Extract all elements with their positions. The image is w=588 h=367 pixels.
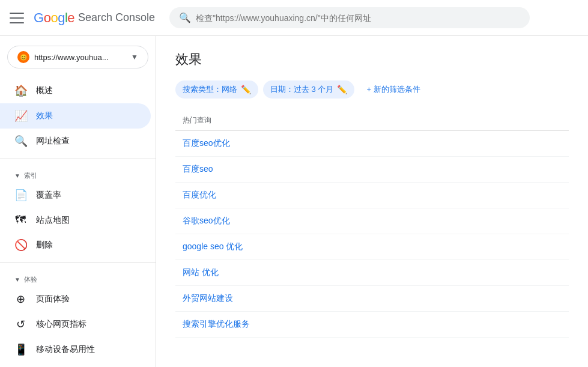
query-cell: 百度seo	[175, 157, 569, 183]
main-layout: 😊 https://www.youhua... ▼ 🏠 概述 📈 效果 🔍 网址…	[0, 36, 588, 367]
sidebar-item-label: 效果	[36, 111, 53, 121]
sidebar-item-mobile[interactable]: 📱 移动设备易用性	[0, 337, 151, 362]
sidebar-item-label: 概述	[36, 85, 53, 96]
mobile-icon: 📱	[14, 343, 26, 356]
table-row: 百度seo优化	[175, 131, 569, 157]
table-row: 搜索引擎优化服务	[175, 312, 569, 338]
query-cell: 谷歌seo优化	[175, 208, 569, 234]
sidebar-item-label: 网址检查	[36, 136, 70, 147]
sidebar-item-sitemaps[interactable]: 🗺 站点地图	[0, 208, 151, 232]
arrow-icon: ▼	[14, 172, 20, 179]
top-bar: Google Search Console 🔍	[0, 0, 588, 36]
removals-icon: 🚫	[14, 238, 26, 252]
queries-column-header: 热门查询	[175, 111, 569, 131]
search-icon: 🔍	[14, 135, 26, 148]
query-link[interactable]: google seo 优化	[183, 241, 243, 251]
sidebar-divider-2	[0, 262, 156, 263]
query-link[interactable]: 谷歌seo优化	[183, 216, 230, 225]
table-row: 百度seo	[175, 157, 569, 183]
main-content: 效果 搜索类型：网络 ✏️ 日期：过去 3 个月 ✏️ + 新的筛选条件 热门查…	[156, 36, 588, 367]
search-icon: 🔍	[179, 12, 191, 23]
sidebar-item-overview[interactable]: 🏠 概述	[0, 78, 151, 103]
sidebar-item-performance[interactable]: 📈 效果	[0, 103, 151, 129]
coverage-icon: 📄	[14, 189, 26, 202]
search-input[interactable]	[196, 13, 520, 23]
site-icon: 😊	[17, 51, 29, 63]
arrow-icon: ▼	[14, 276, 20, 283]
sidebar: 😊 https://www.youhua... ▼ 🏠 概述 📈 效果 🔍 网址…	[0, 36, 156, 367]
query-cell: 百度seo优化	[175, 131, 569, 157]
table-row: 谷歌seo优化	[175, 208, 569, 234]
filter-bar: 搜索类型：网络 ✏️ 日期：过去 3 个月 ✏️ + 新的筛选条件	[175, 80, 569, 99]
query-cell: 百度优化	[175, 183, 569, 208]
query-link[interactable]: 网站 优化	[183, 267, 219, 277]
web-vitals-icon: ↺	[14, 318, 26, 331]
sidebar-item-label: 站点地图	[36, 215, 70, 226]
logo-area: Google Search Console	[34, 10, 155, 26]
sidebar-divider-1	[0, 159, 156, 159]
add-filter-button[interactable]: + 新的筛选条件	[359, 80, 427, 99]
query-cell: google seo 优化	[175, 234, 569, 260]
table-row: 外贸网站建设	[175, 286, 569, 312]
query-link[interactable]: 百度seo	[183, 164, 213, 174]
sidebar-item-label: 移动设备易用性	[36, 344, 95, 355]
add-filter-label: + 新的筛选条件	[366, 84, 420, 95]
sidebar-item-coverage[interactable]: 📄 覆盖率	[0, 183, 151, 208]
edit-icon: ✏️	[337, 85, 347, 94]
edit-icon: ✏️	[241, 85, 251, 94]
sidebar-item-page-experience[interactable]: ⊕ 页面体验	[0, 287, 151, 312]
filter-label: 日期：过去 3 个月	[270, 84, 333, 95]
site-selector[interactable]: 😊 https://www.youhua... ▼	[7, 46, 148, 68]
chevron-down-icon: ▼	[131, 53, 138, 61]
filter-chip-date[interactable]: 日期：过去 3 个月 ✏️	[263, 80, 354, 99]
section-index-label: ▼ 索引	[0, 164, 156, 183]
table-row: 网站 优化	[175, 260, 569, 286]
site-url: https://www.youhua...	[34, 53, 126, 62]
query-link[interactable]: 百度优化	[183, 190, 216, 199]
performance-icon: 📈	[14, 109, 26, 123]
sidebar-item-label: 核心网页指标	[36, 319, 86, 330]
query-link[interactable]: 百度seo优化	[183, 138, 230, 148]
query-cell: 网站 优化	[175, 260, 569, 286]
search-bar[interactable]: 🔍	[169, 7, 530, 28]
queries-table: 热门查询 百度seo优化百度seo百度优化谷歌seo优化google seo 优…	[175, 111, 569, 338]
section-experience-label: ▼ 体验	[0, 268, 156, 287]
sidebar-item-web-vitals[interactable]: ↺ 核心网页指标	[0, 312, 151, 337]
table-row: 百度优化	[175, 183, 569, 208]
sidebar-item-url-inspection[interactable]: 🔍 网址检查	[0, 129, 151, 154]
filter-label: 搜索类型：网络	[183, 84, 237, 95]
page-experience-icon: ⊕	[14, 293, 26, 306]
sidebar-item-label: 覆盖率	[36, 190, 61, 201]
table-row: google seo 优化	[175, 234, 569, 260]
query-cell: 搜索引擎优化服务	[175, 312, 569, 338]
page-title: 效果	[175, 50, 569, 68]
google-logo: Google	[34, 10, 74, 26]
query-link[interactable]: 外贸网站建设	[183, 293, 233, 303]
menu-icon[interactable]	[10, 11, 24, 25]
query-cell: 外贸网站建设	[175, 286, 569, 312]
sidebar-item-label: 删除	[36, 240, 53, 250]
sidebar-item-removals[interactable]: 🚫 删除	[0, 232, 151, 258]
console-title: Search Console	[78, 11, 155, 24]
filter-chip-search-type[interactable]: 搜索类型：网络 ✏️	[175, 80, 258, 99]
home-icon: 🏠	[14, 84, 26, 97]
sidebar-item-label: 页面体验	[36, 294, 70, 305]
sitemaps-icon: 🗺	[14, 214, 26, 226]
query-link[interactable]: 搜索引擎优化服务	[183, 319, 250, 329]
